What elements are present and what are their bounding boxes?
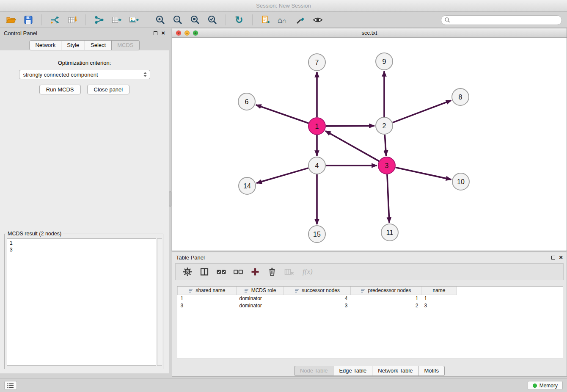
graph-node-label: 14 bbox=[243, 182, 251, 190]
copy-network-icon[interactable] bbox=[260, 14, 272, 26]
refresh-icon[interactable]: ↻ bbox=[233, 14, 245, 26]
open-folder-icon[interactable] bbox=[5, 14, 17, 26]
window-minimize-icon[interactable]: – bbox=[184, 30, 190, 36]
close-table-panel-icon[interactable]: × bbox=[559, 255, 563, 260]
zoom-fit-icon[interactable] bbox=[189, 14, 201, 26]
graph-node-1[interactable]: 1 bbox=[308, 118, 325, 135]
table-cell[interactable]: dominator bbox=[237, 302, 284, 309]
graph-node-label: 6 bbox=[245, 98, 249, 105]
show-hide-eye-icon[interactable] bbox=[312, 14, 324, 26]
control-panel-title: Control Panel bbox=[4, 30, 37, 36]
export-image-icon[interactable] bbox=[128, 14, 140, 26]
criterion-select[interactable]: strongly connected component bbox=[19, 70, 150, 79]
column-header-name[interactable]: name bbox=[421, 287, 457, 295]
network-share-icon[interactable] bbox=[93, 14, 105, 26]
table-cell[interactable]: 2 bbox=[351, 302, 421, 309]
result-scrollbar-track[interactable] bbox=[157, 238, 162, 366]
table-cell[interactable]: 1 bbox=[421, 295, 457, 302]
control-panel-header: Control Panel × bbox=[0, 28, 169, 38]
add-row-icon[interactable] bbox=[249, 266, 261, 278]
graph-edge-3-10[interactable] bbox=[396, 167, 451, 179]
graph-edge-3-11[interactable] bbox=[387, 174, 389, 223]
show-columns-icon[interactable] bbox=[198, 266, 210, 278]
tab-network-table[interactable]: Network Table bbox=[372, 366, 418, 376]
mcds-panel-content: Optimization criterion: strongly connect… bbox=[0, 50, 169, 373]
zoom-out-icon[interactable] bbox=[172, 14, 184, 26]
close-panel-icon[interactable]: × bbox=[161, 30, 165, 36]
tab-motifs[interactable]: Motifs bbox=[418, 366, 445, 376]
window-zoom-icon[interactable]: + bbox=[193, 30, 198, 36]
graph-node-8[interactable]: 8 bbox=[452, 88, 469, 105]
float-panel-icon[interactable] bbox=[154, 31, 157, 35]
panel-splitter[interactable] bbox=[169, 191, 171, 207]
main-toolbar: ↻ ⌂⌂ bbox=[0, 12, 567, 28]
table-cell[interactable]: 3 bbox=[178, 302, 237, 309]
column-header-successor-nodes[interactable]: successor nodes bbox=[284, 287, 351, 295]
column-header-shared-name[interactable]: shared name bbox=[178, 287, 237, 295]
graph-node-6[interactable]: 6 bbox=[238, 93, 255, 110]
tab-select[interactable]: Select bbox=[85, 40, 112, 50]
table-cell[interactable]: 1 bbox=[178, 295, 237, 302]
tab-mcds[interactable]: MCDS bbox=[112, 40, 139, 50]
graph-node-4[interactable]: 4 bbox=[308, 157, 325, 174]
graph-edge-2-8[interactable] bbox=[393, 100, 451, 122]
graph-node-2[interactable]: 2 bbox=[376, 117, 393, 134]
mcds-result-item[interactable]: 3 bbox=[10, 246, 153, 253]
graph-node-7[interactable]: 7 bbox=[308, 54, 325, 71]
graph-node-14[interactable]: 14 bbox=[239, 177, 256, 194]
network-window-titlebar[interactable]: × – + scc.txt bbox=[172, 28, 567, 38]
table-row[interactable]: 3 dominator 3 2 3 bbox=[178, 302, 457, 309]
graph-node-15[interactable]: 15 bbox=[308, 226, 325, 243]
settings-gear-icon[interactable] bbox=[182, 266, 193, 278]
list-icon bbox=[7, 383, 14, 389]
table-cell[interactable]: 3 bbox=[421, 302, 457, 309]
tab-style[interactable]: Style bbox=[61, 40, 85, 50]
home-layout-icon[interactable]: ⌂⌂ bbox=[277, 14, 289, 25]
delete-row-icon[interactable] bbox=[266, 266, 278, 278]
tab-edge-table[interactable]: Edge Table bbox=[333, 366, 372, 376]
import-network-table-icon[interactable] bbox=[110, 14, 122, 26]
graph-edge-4-14[interactable] bbox=[256, 168, 308, 183]
table-cell[interactable]: 1 bbox=[351, 295, 421, 302]
search-input[interactable] bbox=[441, 15, 562, 25]
panel-menu-button[interactable] bbox=[4, 381, 17, 390]
graph-node-label: 1 bbox=[315, 123, 319, 130]
graph-node-11[interactable]: 11 bbox=[381, 224, 398, 241]
graph-node-9[interactable]: 9 bbox=[376, 53, 393, 70]
float-table-panel-icon[interactable] bbox=[551, 256, 555, 259]
graph-node-10[interactable]: 10 bbox=[452, 173, 469, 190]
graph-edge-1-2[interactable] bbox=[326, 126, 374, 126]
criterion-value: strongly connected component bbox=[23, 72, 143, 78]
column-header-mcds-role[interactable]: MCDS role bbox=[237, 287, 284, 295]
tab-node-table[interactable]: Node Table bbox=[294, 366, 334, 376]
column-header-predecessor-nodes[interactable]: predecessor nodes bbox=[351, 287, 421, 295]
window-close-icon[interactable]: × bbox=[176, 30, 181, 36]
select-all-icon[interactable] bbox=[215, 266, 227, 278]
graph-edge-3-1[interactable] bbox=[325, 131, 379, 161]
zoom-selected-icon[interactable] bbox=[206, 14, 218, 26]
table-cell[interactable]: 3 bbox=[284, 302, 351, 309]
run-mcds-button[interactable]: Run MCDS bbox=[39, 85, 81, 94]
network-window-title: scc.txt bbox=[362, 30, 377, 36]
table-row[interactable]: 1 dominator 4 1 1 bbox=[178, 295, 457, 302]
graph-edge-1-6[interactable] bbox=[256, 105, 308, 123]
mcds-result-item[interactable]: 1 bbox=[10, 240, 153, 246]
table-cell[interactable]: dominator bbox=[237, 295, 284, 302]
graph-node-label: 10 bbox=[457, 178, 465, 185]
save-icon[interactable] bbox=[22, 14, 34, 26]
close-panel-button[interactable]: Close panel bbox=[87, 85, 130, 94]
zoom-in-icon[interactable] bbox=[154, 14, 166, 26]
memory-button[interactable]: Memory bbox=[528, 381, 563, 390]
graph-edge-2-3[interactable] bbox=[385, 135, 386, 156]
graph-node-3[interactable]: 3 bbox=[378, 157, 395, 174]
control-panel: Control Panel × Network Style Select MCD… bbox=[0, 28, 169, 373]
network-view-window: × – + scc.txt 7968124314101511 bbox=[172, 28, 567, 251]
mcds-result-list[interactable]: 1 3 bbox=[7, 238, 156, 366]
import-network-file-icon[interactable] bbox=[49, 14, 61, 26]
table-cell[interactable]: 4 bbox=[284, 295, 351, 302]
network-canvas[interactable]: 7968124314101511 bbox=[172, 38, 567, 251]
unselect-all-icon[interactable] bbox=[232, 266, 244, 278]
apply-style-icon[interactable] bbox=[295, 14, 306, 26]
import-table-file-icon[interactable] bbox=[66, 14, 78, 26]
tab-network[interactable]: Network bbox=[29, 40, 61, 50]
